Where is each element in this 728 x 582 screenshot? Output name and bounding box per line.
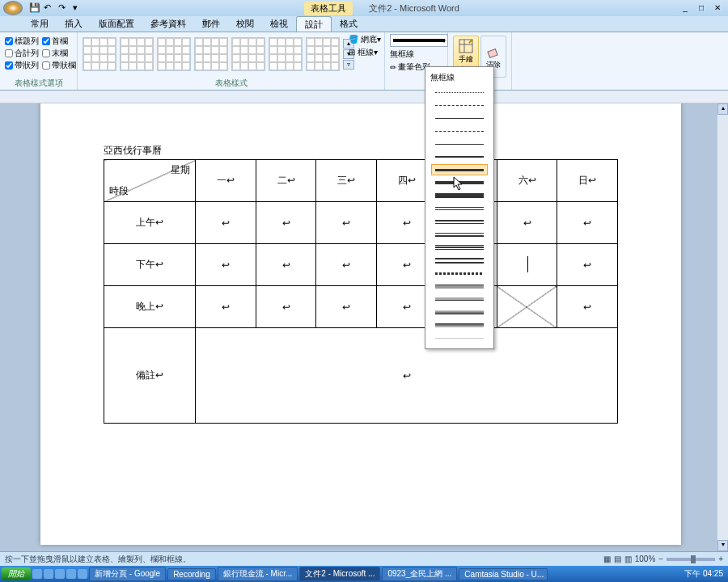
row-label[interactable]: 上午↩	[104, 202, 196, 244]
taskbar-item[interactable]: 0923_全民上網 ...	[382, 567, 457, 581]
opt-banded-col[interactable]: 帶狀欄	[42, 60, 76, 71]
ql-icon[interactable]	[44, 569, 53, 579]
line-style-item[interactable]	[431, 151, 488, 162]
office-button[interactable]	[3, 1, 23, 15]
line-style-item[interactable]	[431, 319, 488, 331]
line-style-item[interactable]	[431, 306, 488, 318]
day-col[interactable]: 六↩	[497, 160, 557, 202]
taskbar-item[interactable]: 新增分頁 - Google	[89, 567, 166, 581]
horizontal-ruler[interactable]	[0, 91, 728, 103]
line-style-item[interactable]	[431, 293, 488, 305]
day-col[interactable]: 二↩	[256, 160, 316, 202]
maximize-button[interactable]: □	[696, 2, 707, 14]
row-label[interactable]: 晚上↩	[104, 286, 196, 328]
undo-icon[interactable]: ↶	[44, 2, 55, 14]
tab-view[interactable]: 檢視	[262, 16, 296, 32]
line-style-item[interactable]	[431, 255, 488, 266]
tab-format[interactable]: 格式	[332, 16, 366, 32]
shading-button[interactable]: 🪣 網底▾	[349, 34, 381, 45]
cell[interactable]: ↩	[316, 286, 377, 328]
opt-first-col[interactable]: 首欄	[42, 36, 76, 47]
table-style-7[interactable]	[306, 37, 340, 71]
table-style-3[interactable]	[157, 37, 191, 71]
taskbar-item[interactable]: Camtasia Studio - U...	[459, 568, 548, 580]
cell[interactable]: ↩	[196, 202, 256, 244]
ql-icon[interactable]	[66, 569, 76, 579]
cell[interactable]: ↩	[256, 244, 316, 286]
tab-review[interactable]: 校閱	[228, 16, 262, 32]
day-col[interactable]: 日↩	[557, 160, 618, 202]
taskbar-item[interactable]: Recording	[167, 568, 216, 580]
cell-cursor[interactable]	[497, 244, 557, 286]
zoom-out-icon[interactable]: −	[658, 555, 663, 563]
tab-design[interactable]: 設計	[296, 16, 332, 32]
taskbar-item-active[interactable]: 文件2 - Microsoft ...	[299, 567, 380, 581]
cell[interactable]: ↩	[316, 202, 377, 244]
scroll-down-icon[interactable]: ▾	[717, 540, 728, 551]
line-style-item[interactable]	[431, 138, 488, 150]
tab-layout[interactable]: 版面配置	[91, 16, 142, 32]
line-style-item[interactable]	[431, 112, 488, 124]
cell[interactable]: ↩	[557, 202, 618, 244]
line-style-item[interactable]	[431, 99, 488, 111]
line-style-item[interactable]	[431, 125, 488, 137]
ql-icon[interactable]	[78, 569, 87, 579]
line-style-item[interactable]	[431, 216, 488, 227]
ql-icon[interactable]	[32, 569, 42, 579]
line-style-item[interactable]	[431, 190, 488, 201]
zoom-slider[interactable]	[667, 558, 715, 561]
view-web-icon[interactable]: ▥	[624, 555, 632, 563]
diagonal-header-cell[interactable]: 星期 時段	[104, 160, 196, 202]
line-style-item[interactable]	[431, 332, 488, 344]
cell[interactable]: ↩	[256, 286, 316, 328]
borders-button[interactable]: ⊞ 框線▾	[349, 47, 381, 58]
vertical-scrollbar[interactable]: ▴ ▾	[717, 103, 728, 551]
redo-icon[interactable]: ↷	[58, 2, 70, 14]
tab-reference[interactable]: 參考資料	[142, 16, 194, 32]
line-style-item[interactable]	[431, 203, 488, 214]
zoom-level[interactable]: 100%	[635, 555, 656, 563]
line-style-item[interactable]	[431, 280, 488, 292]
view-print-layout-icon[interactable]: ▦	[603, 555, 611, 563]
opt-last-col[interactable]: 末欄	[42, 48, 76, 59]
cell[interactable]: ↩	[497, 202, 557, 244]
table-style-1[interactable]	[83, 37, 116, 71]
close-button[interactable]: ✕	[712, 2, 723, 14]
cell[interactable]: ↩	[256, 202, 316, 244]
scroll-up-icon[interactable]: ▴	[717, 103, 728, 115]
cell[interactable]: ↩	[196, 244, 256, 286]
tab-mail[interactable]: 郵件	[194, 16, 228, 32]
view-reading-icon[interactable]: ▤	[614, 555, 621, 563]
notes-cell[interactable]: ↩	[196, 328, 618, 424]
start-button[interactable]: 開始	[2, 567, 31, 580]
system-tray-clock[interactable]: 下午 04:25	[684, 568, 726, 580]
table-style-4[interactable]	[194, 37, 228, 71]
cell[interactable]: ↩	[557, 244, 618, 286]
save-icon[interactable]: 💾	[29, 2, 40, 14]
minimize-button[interactable]: _	[679, 2, 691, 14]
day-col[interactable]: 一↩	[196, 160, 256, 202]
table-style-6[interactable]	[269, 37, 303, 71]
ql-icon[interactable]	[55, 569, 65, 579]
qat-more-icon[interactable]: ▾	[73, 2, 84, 14]
table-style-5[interactable]	[231, 37, 265, 71]
line-style-item-hover[interactable]	[431, 164, 488, 175]
schedule-table[interactable]: 星期 時段 一↩ 二↩ 三↩ 四↩ 五↩ 六↩ 日↩ 上午↩ ↩↩↩↩↩↩↩ 下…	[104, 159, 618, 424]
day-col[interactable]: 三↩	[316, 160, 377, 202]
row-label[interactable]: 備註↩	[104, 328, 196, 424]
cell[interactable]: ↩	[316, 244, 377, 286]
line-style-item[interactable]	[431, 229, 488, 240]
line-style-item[interactable]	[431, 268, 488, 279]
taskbar-item[interactable]: 銀行現金流 - Micr...	[218, 567, 298, 581]
tab-home[interactable]: 常用	[23, 16, 57, 32]
row-label[interactable]: 下午↩	[104, 244, 196, 286]
line-style-selector[interactable]	[390, 34, 448, 47]
zoom-in-icon[interactable]: +	[718, 555, 723, 563]
line-style-item[interactable]	[431, 177, 488, 188]
cell[interactable]: ↩	[196, 286, 256, 328]
x-cell[interactable]	[497, 286, 557, 328]
line-style-item[interactable]	[431, 242, 488, 253]
table-style-2[interactable]	[120, 37, 154, 71]
tab-insert[interactable]: 插入	[57, 16, 91, 32]
gallery-more-icon[interactable]: ▿	[343, 60, 354, 70]
